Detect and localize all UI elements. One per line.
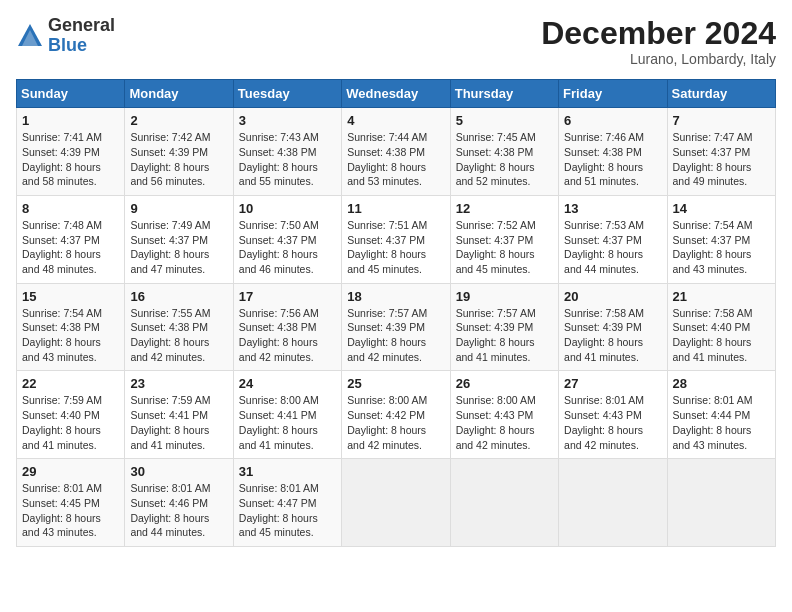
calendar-week-row: 29Sunrise: 8:01 AMSunset: 4:45 PMDayligh… — [17, 459, 776, 547]
calendar-cell — [667, 459, 775, 547]
day-number: 15 — [22, 289, 119, 304]
calendar-cell — [342, 459, 450, 547]
day-info: Sunrise: 7:58 AMSunset: 4:39 PMDaylight:… — [564, 307, 644, 363]
calendar-cell: 25Sunrise: 8:00 AMSunset: 4:42 PMDayligh… — [342, 371, 450, 459]
day-info: Sunrise: 7:50 AMSunset: 4:37 PMDaylight:… — [239, 219, 319, 275]
calendar-cell: 27Sunrise: 8:01 AMSunset: 4:43 PMDayligh… — [559, 371, 667, 459]
day-number: 29 — [22, 464, 119, 479]
calendar-cell: 4Sunrise: 7:44 AMSunset: 4:38 PMDaylight… — [342, 108, 450, 196]
day-number: 7 — [673, 113, 770, 128]
day-number: 17 — [239, 289, 336, 304]
calendar-week-row: 1Sunrise: 7:41 AMSunset: 4:39 PMDaylight… — [17, 108, 776, 196]
logo: General Blue — [16, 16, 115, 56]
day-info: Sunrise: 7:46 AMSunset: 4:38 PMDaylight:… — [564, 131, 644, 187]
calendar-week-row: 8Sunrise: 7:48 AMSunset: 4:37 PMDaylight… — [17, 195, 776, 283]
day-info: Sunrise: 7:57 AMSunset: 4:39 PMDaylight:… — [456, 307, 536, 363]
day-number: 25 — [347, 376, 444, 391]
calendar-header-row: SundayMondayTuesdayWednesdayThursdayFrid… — [17, 80, 776, 108]
day-info: Sunrise: 7:56 AMSunset: 4:38 PMDaylight:… — [239, 307, 319, 363]
calendar-cell: 22Sunrise: 7:59 AMSunset: 4:40 PMDayligh… — [17, 371, 125, 459]
day-info: Sunrise: 7:49 AMSunset: 4:37 PMDaylight:… — [130, 219, 210, 275]
month-title: December 2024 — [541, 16, 776, 51]
calendar-cell: 8Sunrise: 7:48 AMSunset: 4:37 PMDaylight… — [17, 195, 125, 283]
calendar-cell: 20Sunrise: 7:58 AMSunset: 4:39 PMDayligh… — [559, 283, 667, 371]
calendar-week-row: 22Sunrise: 7:59 AMSunset: 4:40 PMDayligh… — [17, 371, 776, 459]
page-header: General Blue December 2024 Lurano, Lomba… — [16, 16, 776, 67]
calendar-cell: 1Sunrise: 7:41 AMSunset: 4:39 PMDaylight… — [17, 108, 125, 196]
day-info: Sunrise: 7:55 AMSunset: 4:38 PMDaylight:… — [130, 307, 210, 363]
day-number: 1 — [22, 113, 119, 128]
calendar-cell — [559, 459, 667, 547]
col-header-saturday: Saturday — [667, 80, 775, 108]
calendar-cell: 19Sunrise: 7:57 AMSunset: 4:39 PMDayligh… — [450, 283, 558, 371]
day-number: 9 — [130, 201, 227, 216]
day-info: Sunrise: 7:59 AMSunset: 4:41 PMDaylight:… — [130, 394, 210, 450]
calendar-cell: 14Sunrise: 7:54 AMSunset: 4:37 PMDayligh… — [667, 195, 775, 283]
calendar-cell: 21Sunrise: 7:58 AMSunset: 4:40 PMDayligh… — [667, 283, 775, 371]
day-info: Sunrise: 8:01 AMSunset: 4:46 PMDaylight:… — [130, 482, 210, 538]
day-number: 30 — [130, 464, 227, 479]
day-number: 27 — [564, 376, 661, 391]
day-number: 18 — [347, 289, 444, 304]
day-info: Sunrise: 7:47 AMSunset: 4:37 PMDaylight:… — [673, 131, 753, 187]
day-number: 16 — [130, 289, 227, 304]
day-info: Sunrise: 8:01 AMSunset: 4:43 PMDaylight:… — [564, 394, 644, 450]
col-header-monday: Monday — [125, 80, 233, 108]
day-number: 8 — [22, 201, 119, 216]
day-info: Sunrise: 7:41 AMSunset: 4:39 PMDaylight:… — [22, 131, 102, 187]
calendar-table: SundayMondayTuesdayWednesdayThursdayFrid… — [16, 79, 776, 547]
calendar-cell: 15Sunrise: 7:54 AMSunset: 4:38 PMDayligh… — [17, 283, 125, 371]
col-header-wednesday: Wednesday — [342, 80, 450, 108]
day-number: 11 — [347, 201, 444, 216]
calendar-cell: 12Sunrise: 7:52 AMSunset: 4:37 PMDayligh… — [450, 195, 558, 283]
day-info: Sunrise: 7:58 AMSunset: 4:40 PMDaylight:… — [673, 307, 753, 363]
day-number: 13 — [564, 201, 661, 216]
day-info: Sunrise: 8:00 AMSunset: 4:43 PMDaylight:… — [456, 394, 536, 450]
logo-general-text: General — [48, 16, 115, 36]
day-number: 10 — [239, 201, 336, 216]
day-number: 31 — [239, 464, 336, 479]
day-info: Sunrise: 7:52 AMSunset: 4:37 PMDaylight:… — [456, 219, 536, 275]
day-number: 22 — [22, 376, 119, 391]
calendar-cell: 28Sunrise: 8:01 AMSunset: 4:44 PMDayligh… — [667, 371, 775, 459]
title-area: December 2024 Lurano, Lombardy, Italy — [541, 16, 776, 67]
day-info: Sunrise: 8:01 AMSunset: 4:47 PMDaylight:… — [239, 482, 319, 538]
calendar-cell: 18Sunrise: 7:57 AMSunset: 4:39 PMDayligh… — [342, 283, 450, 371]
col-header-friday: Friday — [559, 80, 667, 108]
day-info: Sunrise: 7:45 AMSunset: 4:38 PMDaylight:… — [456, 131, 536, 187]
day-number: 6 — [564, 113, 661, 128]
day-info: Sunrise: 7:59 AMSunset: 4:40 PMDaylight:… — [22, 394, 102, 450]
calendar-cell: 10Sunrise: 7:50 AMSunset: 4:37 PMDayligh… — [233, 195, 341, 283]
day-info: Sunrise: 7:53 AMSunset: 4:37 PMDaylight:… — [564, 219, 644, 275]
day-info: Sunrise: 7:57 AMSunset: 4:39 PMDaylight:… — [347, 307, 427, 363]
day-number: 2 — [130, 113, 227, 128]
day-info: Sunrise: 8:00 AMSunset: 4:41 PMDaylight:… — [239, 394, 319, 450]
day-info: Sunrise: 7:48 AMSunset: 4:37 PMDaylight:… — [22, 219, 102, 275]
calendar-cell: 13Sunrise: 7:53 AMSunset: 4:37 PMDayligh… — [559, 195, 667, 283]
calendar-cell: 17Sunrise: 7:56 AMSunset: 4:38 PMDayligh… — [233, 283, 341, 371]
day-info: Sunrise: 7:44 AMSunset: 4:38 PMDaylight:… — [347, 131, 427, 187]
calendar-cell: 11Sunrise: 7:51 AMSunset: 4:37 PMDayligh… — [342, 195, 450, 283]
calendar-cell: 23Sunrise: 7:59 AMSunset: 4:41 PMDayligh… — [125, 371, 233, 459]
day-number: 19 — [456, 289, 553, 304]
calendar-cell: 31Sunrise: 8:01 AMSunset: 4:47 PMDayligh… — [233, 459, 341, 547]
logo-text: General Blue — [48, 16, 115, 56]
calendar-cell — [450, 459, 558, 547]
day-info: Sunrise: 8:01 AMSunset: 4:45 PMDaylight:… — [22, 482, 102, 538]
day-info: Sunrise: 7:54 AMSunset: 4:37 PMDaylight:… — [673, 219, 753, 275]
calendar-cell: 24Sunrise: 8:00 AMSunset: 4:41 PMDayligh… — [233, 371, 341, 459]
day-number: 21 — [673, 289, 770, 304]
day-number: 24 — [239, 376, 336, 391]
col-header-sunday: Sunday — [17, 80, 125, 108]
calendar-cell: 5Sunrise: 7:45 AMSunset: 4:38 PMDaylight… — [450, 108, 558, 196]
location-subtitle: Lurano, Lombardy, Italy — [541, 51, 776, 67]
calendar-cell: 6Sunrise: 7:46 AMSunset: 4:38 PMDaylight… — [559, 108, 667, 196]
day-number: 5 — [456, 113, 553, 128]
col-header-tuesday: Tuesday — [233, 80, 341, 108]
calendar-cell: 26Sunrise: 8:00 AMSunset: 4:43 PMDayligh… — [450, 371, 558, 459]
calendar-cell: 16Sunrise: 7:55 AMSunset: 4:38 PMDayligh… — [125, 283, 233, 371]
day-info: Sunrise: 7:54 AMSunset: 4:38 PMDaylight:… — [22, 307, 102, 363]
day-number: 12 — [456, 201, 553, 216]
calendar-cell: 3Sunrise: 7:43 AMSunset: 4:38 PMDaylight… — [233, 108, 341, 196]
day-number: 14 — [673, 201, 770, 216]
